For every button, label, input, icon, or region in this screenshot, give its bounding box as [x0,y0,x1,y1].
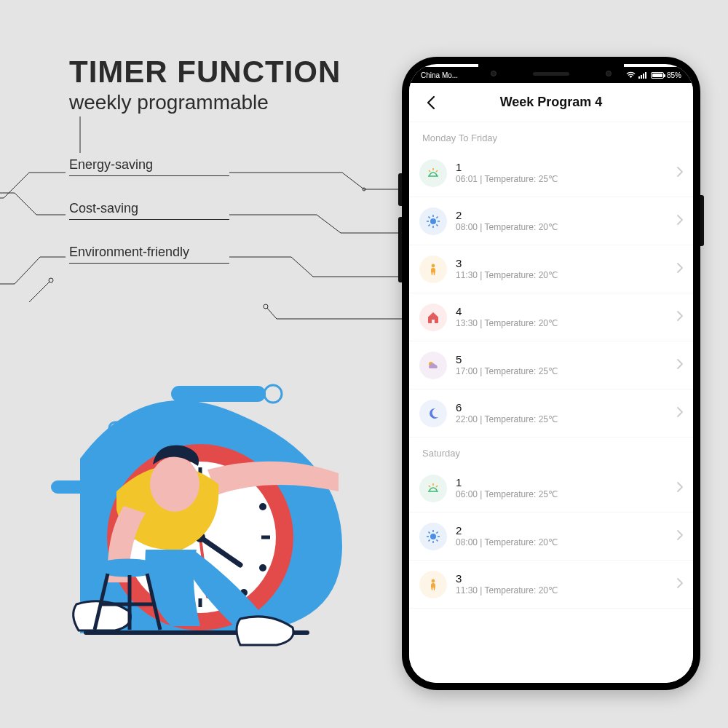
schedule-entry[interactable]: 311:30 | Temperature: 20℃ [409,561,693,609]
svg-rect-3 [171,386,266,402]
feature-list: Energy-saving Cost-saving Environment-fr… [69,153,229,284]
svg-point-48 [432,264,435,267]
chevron-right-icon [677,480,683,496]
battery-percent: 85% [667,71,681,79]
entry-detail: 11:30 | Temperature: 20℃ [456,585,671,597]
feature-item: Energy-saving [69,153,229,176]
chevron-right-icon [677,529,683,544]
svg-point-27 [97,561,158,575]
svg-point-4 [264,385,282,403]
person-icon [419,256,447,283]
feature-item: Cost-saving [69,197,229,220]
entry-number: 3 [456,256,671,271]
svg-point-62 [432,579,435,582]
phone-screen: China Mo... 85% Week Program 4 Monday To… [409,64,693,683]
home-icon [419,304,447,331]
carrier-label: China Mo... [421,71,458,79]
svg-point-1 [264,304,268,309]
hero-block: TIMER FUNCTION weekly programmable [69,55,341,114]
app-header: Week Program 4 [409,83,693,122]
entry-number: 6 [456,400,671,415]
battery-icon [651,72,664,79]
entry-detail: 13:30 | Temperature: 20℃ [456,318,671,330]
entry-number: 3 [456,571,671,586]
svg-line-46 [429,224,430,226]
svg-line-58 [429,531,430,533]
svg-line-52 [436,486,438,487]
svg-point-39 [430,218,436,224]
svg-point-15 [259,503,266,510]
chevron-right-icon [677,357,683,373]
chevron-right-icon [677,577,683,592]
entry-number: 4 [456,304,671,319]
schedule-list: Monday To Friday106:01 | Temperature: 25… [409,122,693,683]
screen-title: Week Program 4 [500,95,603,110]
feature-item: Environment-friendly [69,240,229,264]
svg-point-53 [430,534,436,539]
sunrise-icon [419,475,447,502]
clock-person-illustration [36,364,357,655]
svg-line-59 [436,539,438,541]
sun-icon [419,523,447,550]
schedule-entry[interactable]: 413:30 | Temperature: 20℃ [409,293,693,341]
svg-line-38 [436,170,438,172]
svg-line-60 [429,539,430,541]
phone-frame: China Mo... 85% Week Program 4 Monday To… [402,57,700,690]
cloud-icon [419,352,447,379]
chevron-right-icon [677,261,683,277]
hero-title: TIMER FUNCTION [69,55,341,90]
svg-line-47 [436,216,438,218]
entry-number: 2 [456,208,671,223]
svg-rect-35 [645,72,646,79]
sun-icon [419,207,447,235]
svg-point-2 [49,278,53,282]
entry-detail: 06:01 | Temperature: 25℃ [456,174,671,186]
svg-rect-32 [638,76,640,79]
signal-icon [638,71,648,79]
entry-number: 5 [456,352,671,367]
sunrise-icon [419,159,447,187]
schedule-entry[interactable]: 622:00 | Temperature: 25℃ [409,389,693,438]
entry-detail: 08:00 | Temperature: 20℃ [456,222,671,234]
svg-point-16 [259,564,266,571]
svg-rect-33 [641,75,642,79]
entry-number: 1 [456,475,671,490]
chevron-right-icon [677,405,683,421]
svg-line-51 [429,486,430,487]
hero-subtitle: weekly programmable [69,91,341,114]
chevron-right-icon [677,213,683,229]
svg-point-0 [363,188,365,191]
schedule-entry[interactable]: 106:00 | Temperature: 25℃ [409,464,693,513]
schedule-entry[interactable]: 208:00 | Temperature: 20℃ [409,197,693,245]
section-label: Saturday [409,438,693,464]
chevron-right-icon [677,309,683,325]
entry-number: 2 [456,523,671,538]
schedule-entry[interactable]: 208:00 | Temperature: 20℃ [409,513,693,561]
svg-line-61 [436,531,438,533]
chevron-right-icon [677,165,683,181]
svg-line-44 [429,216,430,218]
svg-line-45 [436,224,438,226]
svg-point-26 [150,456,199,512]
entry-detail: 17:00 | Temperature: 25℃ [456,366,671,378]
schedule-entry[interactable]: 106:01 | Temperature: 25℃ [409,149,693,197]
schedule-entry[interactable]: 517:00 | Temperature: 25℃ [409,341,693,389]
back-button[interactable] [416,88,446,117]
entry-detail: 11:30 | Temperature: 20℃ [456,270,671,282]
person-icon [419,571,447,598]
svg-line-37 [429,170,430,172]
entry-detail: 08:00 | Temperature: 20℃ [456,537,671,549]
section-label: Monday To Friday [409,122,693,149]
entry-number: 1 [456,160,671,175]
phone-notch [478,64,624,83]
entry-detail: 06:00 | Temperature: 25℃ [456,489,671,501]
svg-rect-34 [643,74,644,79]
wifi-icon [626,71,636,79]
moon-icon [419,400,447,427]
entry-detail: 22:00 | Temperature: 25℃ [456,414,671,426]
schedule-entry[interactable]: 311:30 | Temperature: 20℃ [409,245,693,293]
